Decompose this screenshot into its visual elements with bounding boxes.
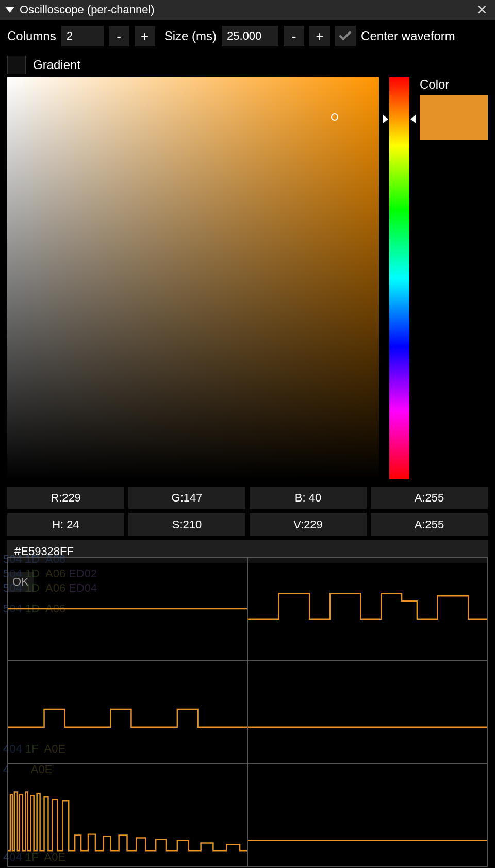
gradient-label: Gradient <box>33 58 80 72</box>
toolbar: Columns 2 - + Size (ms) 25.000 - + Cente… <box>0 20 495 56</box>
scope-ch5 <box>8 763 248 866</box>
saturation-value-box[interactable] <box>7 77 379 479</box>
center-waveform-checkbox[interactable] <box>335 26 356 46</box>
g-input[interactable]: G:147 <box>128 487 245 509</box>
h-input[interactable]: H: 24 <box>7 513 124 536</box>
close-icon[interactable]: ✕ <box>474 2 490 18</box>
color-preview-swatch <box>420 95 488 140</box>
center-waveform-label: Center waveform <box>361 29 455 43</box>
scope-ch2 <box>248 557 487 660</box>
hue-arrow-right-icon <box>410 115 416 123</box>
columns-minus-button[interactable]: - <box>109 26 129 46</box>
columns-plus-button[interactable]: + <box>135 26 155 46</box>
hue-slider[interactable] <box>389 77 409 479</box>
gradient-row: Gradient <box>0 56 495 77</box>
columns-label: Columns <box>7 29 56 43</box>
v-input[interactable]: V:229 <box>250 513 367 536</box>
size-label: Size (ms) <box>164 29 217 43</box>
r-input[interactable]: R:229 <box>7 487 124 509</box>
a-rgb-input[interactable]: A:255 <box>371 487 488 509</box>
color-preview-column: Color <box>420 77 488 479</box>
scope-ch3 <box>8 660 248 763</box>
size-input[interactable]: 25.000 <box>222 26 278 46</box>
scope-ch6 <box>248 763 487 866</box>
sv-cursor-icon <box>331 113 338 121</box>
titlebar: Oscilloscope (per-channel) ✕ <box>0 0 495 20</box>
b-input[interactable]: B: 40 <box>250 487 367 509</box>
columns-input[interactable]: 2 <box>61 26 104 46</box>
color-picker: Color <box>0 77 495 479</box>
s-input[interactable]: S:210 <box>128 513 245 536</box>
window-title: Oscilloscope (per-channel) <box>20 3 474 16</box>
color-label: Color <box>420 77 488 92</box>
size-minus-button[interactable]: - <box>284 26 304 46</box>
hue-arrow-left-icon <box>383 115 388 123</box>
check-icon <box>339 28 351 40</box>
gradient-swatch[interactable] <box>7 56 26 74</box>
a-hsv-input[interactable]: A:255 <box>371 513 488 536</box>
size-plus-button[interactable]: + <box>309 26 330 46</box>
oscilloscope-panel <box>7 557 488 867</box>
scope-ch1 <box>8 557 248 660</box>
collapse-icon[interactable] <box>5 7 14 13</box>
scope-ch4 <box>248 660 487 763</box>
